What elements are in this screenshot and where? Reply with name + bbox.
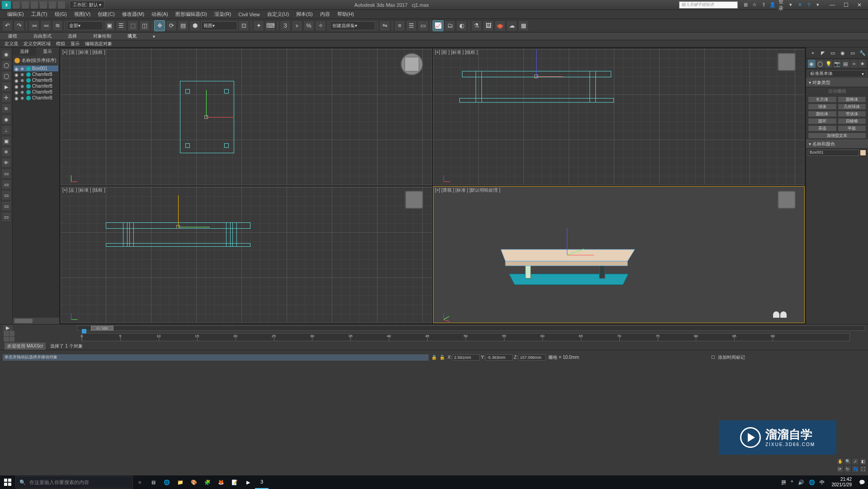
menu-civil-view[interactable]: Civil View — [235, 11, 263, 18]
plus-icon[interactable]: + — [809, 49, 816, 56]
scene-tab-select[interactable]: 选择 — [13, 47, 36, 56]
angle-snap-button[interactable]: ⦠ — [292, 20, 302, 31]
visibility-icon[interactable]: ◉ — [14, 78, 19, 83]
time-ruler[interactable]: 051015202530354045505560657075808590 — [0, 332, 868, 343]
maximize-button[interactable]: ☐ — [839, 1, 853, 9]
paint-icon[interactable]: 🎨 — [187, 475, 201, 489]
vbar-bone-icon[interactable]: ⟂ — [1, 125, 11, 135]
ribbon-item[interactable]: 定义流 — [5, 41, 18, 47]
vbar-shapes-icon[interactable]: ◯ — [1, 60, 11, 70]
material-editor-button[interactable]: ◐ — [456, 20, 467, 31]
named-selection-sets[interactable]: 创建选择集 ▾ — [330, 21, 375, 30]
x-input[interactable] — [453, 354, 480, 361]
time-cursor[interactable] — [82, 329, 86, 334]
tray-volume-icon[interactable]: 🔊 — [798, 480, 804, 485]
menu-modifiers[interactable]: 修改器(M) — [118, 10, 148, 19]
ribbon-tab-object-paint[interactable]: 对象绘制 — [90, 32, 115, 40]
pan-button[interactable]: ✋ — [836, 458, 844, 465]
menu-rendering[interactable]: 渲染(R) — [211, 10, 235, 19]
modify-icon[interactable]: ◤ — [819, 49, 826, 56]
autokey-checkbox[interactable]: ☐ — [711, 355, 715, 360]
y-input[interactable] — [486, 354, 513, 361]
select-by-name-button[interactable]: ☰ — [116, 20, 127, 31]
chevron-down-icon[interactable]: ▾ — [815, 2, 821, 8]
prim-plane-button[interactable]: 平面 — [838, 125, 867, 132]
tray-chevron-icon[interactable]: ^ — [791, 480, 793, 485]
toggle-ribbon-button[interactable]: ▭ — [418, 20, 429, 31]
walk-button[interactable]: 👣 — [852, 465, 859, 473]
prim-cylinder-button[interactable]: 圆柱体 — [808, 111, 837, 117]
save-icon[interactable] — [31, 1, 38, 9]
object-color-icon[interactable] — [26, 66, 31, 71]
time-tag[interactable]: 添加时间标记 — [718, 354, 745, 361]
scene-tab-display[interactable]: 显示 — [36, 47, 60, 56]
rollout-name-color[interactable]: ▾ 名称和颜色 — [806, 140, 868, 149]
tray-ime-icon[interactable]: 拼 — [781, 479, 786, 486]
render-setup-button[interactable]: ⚗ — [471, 20, 482, 31]
list-item[interactable]: ◉ ❄ ChamferB — [14, 71, 58, 77]
list-item[interactable]: ◉ ❄ Box001 — [14, 66, 58, 71]
object-color-icon[interactable] — [26, 78, 31, 83]
viewport-label[interactable]: [+] [前 ] [标准 ] [线框 ] — [435, 49, 478, 56]
menu-edit[interactable]: 编辑(E) — [4, 10, 28, 19]
select-scale-button[interactable]: ▤ — [178, 20, 189, 31]
menu-views[interactable]: 视图(V) — [71, 10, 94, 19]
menu-content[interactable]: 内容 — [316, 10, 334, 19]
edge-icon[interactable]: 🌐 — [160, 475, 174, 489]
viewport-label[interactable]: [+] [左 ] [标准 ] [线框 ] — [62, 187, 105, 193]
viewport-perspective[interactable]: [+] [透视 ] [标准 ] [默认明暗处理 ] — [433, 186, 805, 323]
display-icon[interactable]: ▭ — [849, 49, 856, 56]
ribbon-item[interactable]: 显示 — [71, 41, 80, 47]
freeze-icon[interactable]: ❄ — [20, 90, 25, 94]
prim-torus-button[interactable]: 圆环 — [808, 118, 837, 124]
ribbon-item[interactable]: 定义空闲区域 — [24, 41, 51, 47]
object-color-icon[interactable] — [26, 84, 31, 89]
freeze-icon[interactable]: ❄ — [20, 84, 25, 89]
prim-textplus-button[interactable]: 加强型文本 — [808, 132, 866, 139]
vbar-layer3-icon[interactable]: ▭ — [1, 190, 11, 200]
freeze-icon[interactable]: ❄ — [20, 78, 25, 83]
grid-icon[interactable]: ⊞ — [742, 2, 749, 8]
freeze-icon[interactable]: ❄ — [20, 72, 25, 77]
vbar-geometry-icon[interactable]: ◉ — [1, 49, 11, 59]
undo-icon[interactable] — [40, 1, 47, 9]
menu-animation[interactable]: 动画(A) — [148, 10, 172, 19]
share-icon[interactable]: ⇪ — [760, 2, 767, 8]
object-color-swatch[interactable] — [860, 150, 866, 156]
object-name-input[interactable]: Box001 — [808, 150, 859, 156]
menu-help[interactable]: 帮助(H) — [334, 10, 358, 19]
prim-teapot-button[interactable]: 茶壶 — [808, 125, 837, 132]
start-button[interactable] — [0, 475, 15, 489]
object-color-icon[interactable] — [26, 72, 31, 77]
bind-spacewarp-button[interactable]: ≋ — [52, 20, 63, 31]
max-toggle-button[interactable]: ⛶ — [859, 465, 867, 473]
menu-customize[interactable]: 自定义(U) — [264, 10, 292, 19]
align-button[interactable]: ≡ — [394, 20, 405, 31]
menu-graph-editors[interactable]: 图形编辑器(D) — [172, 10, 211, 19]
zoom-button[interactable]: 🔍 — [844, 458, 851, 465]
viewport-front[interactable]: [+] [前 ] [标准 ] [线框 ] — [433, 48, 805, 185]
app-logo[interactable]: 3 — [2, 1, 11, 9]
ribbon-item[interactable]: 编辑选定对象 — [85, 41, 112, 47]
list-item[interactable]: ◉ ❄ ChamferB — [14, 83, 58, 89]
percent-snap-button[interactable]: % — [303, 20, 314, 31]
explorer-icon[interactable]: 📁 — [174, 475, 187, 489]
motion-icon[interactable]: ◉ — [839, 49, 846, 56]
window-crossing-button[interactable]: ◫ — [139, 20, 150, 31]
layer-button[interactable]: ☰ — [406, 20, 417, 31]
shapes-icon[interactable]: ◯ — [816, 60, 824, 68]
task-view-button[interactable]: ○ — [133, 475, 146, 489]
help-search-input[interactable]: 键入关键字或短语 — [679, 1, 738, 9]
list-item[interactable]: ◉ ❄ ChamferB — [14, 77, 58, 83]
3dsmax-taskbar-icon[interactable]: 3 — [255, 475, 269, 489]
prim-box-button[interactable]: 长方体 — [808, 96, 837, 103]
freeze-icon[interactable]: ❄ — [20, 96, 25, 100]
ribbon-tab-freeform[interactable]: 自由形式 — [30, 32, 55, 40]
viewcube[interactable] — [401, 53, 423, 75]
select-manipulate-button[interactable]: ✦ — [253, 20, 264, 31]
menu-tools[interactable]: 工具(T) — [28, 10, 51, 19]
tray-lang-icon[interactable]: 中 — [820, 479, 825, 486]
render-button[interactable]: 🫖 — [495, 20, 505, 31]
a360-button[interactable]: ▦ — [518, 20, 529, 31]
help-icon[interactable]: ? — [806, 2, 812, 8]
